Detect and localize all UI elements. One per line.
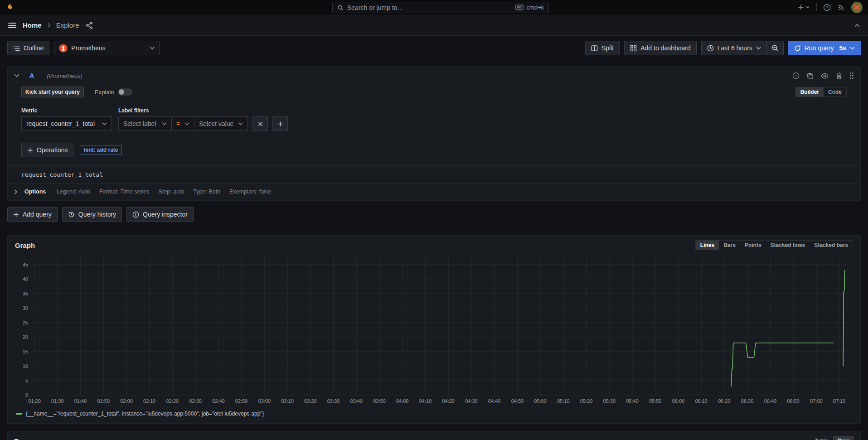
sync-icon bbox=[794, 45, 801, 52]
add-filter-button[interactable] bbox=[272, 116, 288, 131]
breadcrumb: Home Explore bbox=[23, 21, 79, 29]
news-icon[interactable] bbox=[837, 4, 845, 11]
x-axis-tick-label: 03:10 bbox=[281, 398, 294, 404]
x-axis-tick-label: 06:20 bbox=[718, 398, 731, 404]
label-select[interactable]: Select label bbox=[118, 116, 172, 131]
time-range-label: Last 6 hours bbox=[718, 44, 752, 52]
editor-mode-switch: Builder Code bbox=[795, 87, 847, 97]
hint-add-rate-link[interactable]: hint: add rate bbox=[80, 145, 121, 155]
chevron-down-icon bbox=[805, 5, 810, 10]
value-select[interactable]: Select value bbox=[194, 116, 248, 131]
query-actions-row: Add query Query history Query inspector bbox=[7, 207, 861, 222]
tab-bars[interactable]: Bars bbox=[719, 241, 740, 250]
keyboard-icon bbox=[515, 5, 524, 10]
metric-field-label: Metric bbox=[21, 107, 112, 114]
remove-query-icon[interactable] bbox=[836, 73, 842, 79]
chevron-down-icon bbox=[756, 47, 761, 50]
chevron-down-icon bbox=[238, 122, 243, 126]
datasource-picker[interactable]: Prometheus bbox=[54, 41, 160, 55]
query-ref-id: A bbox=[29, 72, 34, 79]
run-query-button[interactable]: Run query 5s bbox=[788, 41, 861, 55]
x-axis-tick-label: 04:40 bbox=[488, 398, 501, 404]
chevron-down-icon bbox=[162, 122, 167, 126]
query-history-button[interactable]: Query history bbox=[62, 207, 122, 222]
legend-item[interactable]: {__name__="request_counter_1_total", ins… bbox=[11, 407, 857, 420]
tab-stacked-bars[interactable]: Stacked bars bbox=[810, 241, 853, 250]
x-axis-tick-label: 04:50 bbox=[511, 398, 524, 404]
add-operations-button[interactable]: Operations bbox=[21, 143, 73, 157]
split-button[interactable]: Split bbox=[585, 41, 620, 55]
x-axis-tick-label: 05:40 bbox=[626, 398, 639, 404]
menu-toggle-button[interactable] bbox=[8, 22, 16, 29]
svg-text:?: ? bbox=[826, 5, 828, 10]
metric-select[interactable]: request_counter_1_total bbox=[21, 116, 112, 131]
plus-icon bbox=[277, 121, 283, 127]
x-axis-tick-label: 01:20 bbox=[28, 398, 41, 404]
code-mode-tab[interactable]: Code bbox=[824, 87, 846, 97]
outline-button[interactable]: Outline bbox=[7, 41, 49, 55]
add-query-button[interactable]: Add query bbox=[7, 207, 58, 222]
query-row-header[interactable]: A (Prometheus) ? bbox=[8, 67, 860, 85]
chevron-down-icon[interactable] bbox=[14, 74, 19, 77]
time-range-picker[interactable]: Last 6 hours bbox=[701, 41, 767, 55]
drag-handle-icon[interactable] bbox=[849, 72, 854, 79]
tab-raw[interactable]: Raw bbox=[833, 436, 853, 440]
y-axis-tick-label: 45 bbox=[23, 262, 28, 267]
grafana-logo[interactable] bbox=[5, 3, 15, 12]
tab-table[interactable]: Table bbox=[810, 436, 833, 440]
breadcrumb-bar: Home Explore bbox=[0, 15, 868, 36]
explain-toggle[interactable] bbox=[118, 88, 132, 96]
x-axis-tick-label: 03:40 bbox=[350, 398, 363, 404]
share-shortcut-icon[interactable] bbox=[86, 22, 93, 29]
builder-mode-tab[interactable]: Builder bbox=[796, 87, 824, 97]
x-axis-tick-label: 01:30 bbox=[51, 398, 64, 404]
add-to-dashboard-button[interactable]: Add to dashboard bbox=[624, 41, 697, 55]
operator-select[interactable]: = bbox=[172, 116, 194, 131]
search-input[interactable] bbox=[347, 4, 512, 11]
label-filters-label: Label filters bbox=[118, 107, 288, 114]
history-icon bbox=[68, 211, 75, 218]
user-avatar[interactable] bbox=[851, 2, 863, 13]
svg-text:?: ? bbox=[795, 74, 797, 78]
legend-series-label: {__name__="request_counter_1_total", ins… bbox=[26, 411, 264, 417]
query-inspector-button[interactable]: Query inspector bbox=[126, 207, 194, 222]
y-axis-tick-label: 35 bbox=[23, 291, 28, 296]
new-menu-button[interactable] bbox=[797, 4, 810, 11]
query-editor-panel: A (Prometheus) ? bbox=[7, 66, 861, 201]
outline-icon bbox=[13, 45, 20, 51]
raw-view-tabs: Table Raw bbox=[810, 436, 854, 440]
help-button[interactable]: ? bbox=[823, 4, 831, 11]
y-axis-tick-label: 10 bbox=[23, 363, 28, 369]
close-icon bbox=[258, 121, 263, 126]
tab-stacked-lines[interactable]: Stacked lines bbox=[766, 241, 810, 250]
query-options-row[interactable]: Options Legend: Auto Format: Time series… bbox=[8, 184, 860, 200]
x-axis-tick-label: 03:00 bbox=[258, 398, 271, 404]
global-search-box[interactable]: cmd+k bbox=[332, 2, 549, 13]
x-axis-tick-label: 05:30 bbox=[603, 398, 616, 404]
label-select-placeholder: Select label bbox=[123, 120, 156, 127]
tab-lines[interactable]: Lines bbox=[696, 241, 719, 250]
remove-filter-button[interactable] bbox=[252, 116, 268, 131]
x-axis-tick-label: 02:40 bbox=[212, 398, 225, 404]
duplicate-query-icon[interactable] bbox=[807, 73, 814, 79]
query-inspector-label: Query inspector bbox=[143, 211, 188, 218]
chevron-down-icon bbox=[850, 47, 855, 50]
breadcrumb-separator-icon bbox=[47, 23, 51, 28]
refresh-interval-label: 5s bbox=[839, 44, 846, 52]
graph-canvas[interactable]: 05101520253035404501:2001:3001:4001:5002… bbox=[12, 253, 857, 407]
query-history-label: Query history bbox=[78, 211, 116, 218]
info-circle-icon bbox=[132, 211, 139, 218]
raw-panel-title: Raw bbox=[14, 437, 28, 440]
tab-points[interactable]: Points bbox=[740, 241, 766, 250]
options-type: Type: Both bbox=[193, 189, 220, 195]
run-query-label: Run query bbox=[805, 44, 834, 52]
breadcrumb-home[interactable]: Home bbox=[23, 21, 42, 29]
collapse-section-icon[interactable] bbox=[854, 24, 860, 27]
zoom-out-time-button[interactable] bbox=[767, 41, 784, 55]
y-axis-tick-label: 30 bbox=[23, 305, 28, 311]
x-axis-tick-label: 05:00 bbox=[534, 398, 547, 404]
query-help-icon[interactable]: ? bbox=[792, 72, 800, 79]
kick-start-query-button[interactable]: Kick start your query bbox=[21, 87, 84, 97]
hide-response-icon[interactable] bbox=[821, 73, 829, 79]
y-axis-tick-label: 15 bbox=[23, 349, 28, 354]
